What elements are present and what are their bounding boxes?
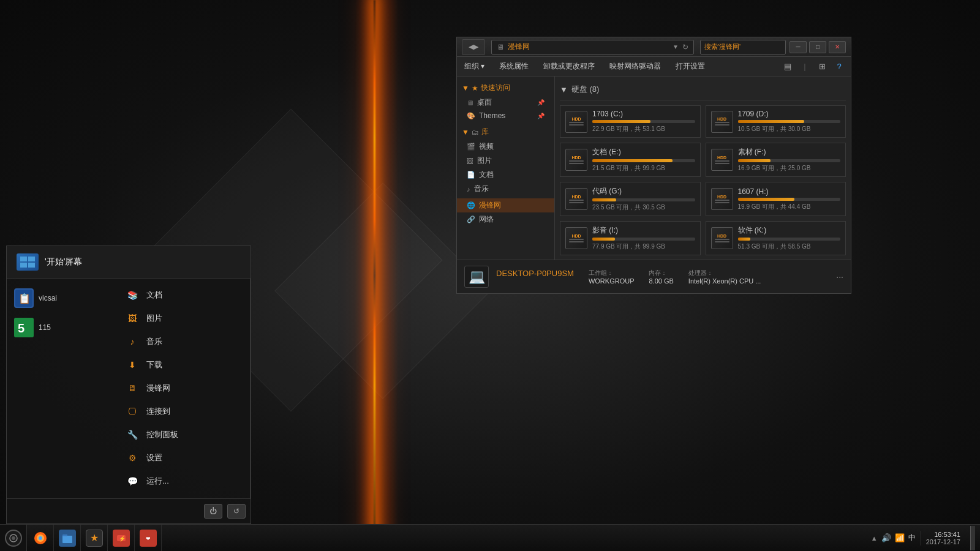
disk-item-d[interactable]: HDD 1709 (D:) 10.5 GB 可用，共 30.0 GB: [706, 105, 846, 138]
ribbon-open-settings[interactable]: 打开设置: [673, 61, 707, 72]
computer-name: DESKTOP-P0PU9SM: [496, 269, 574, 278]
disk-info-e: 文档 (E:) 21.5 GB 可用，共 99.9 GB: [592, 147, 695, 173]
disk-bar-k: [738, 238, 841, 241]
back-icon: ◀▶: [469, 43, 478, 51]
disk-stats-k: 51.3 GB 可用，共 58.5 GB: [738, 242, 841, 251]
menu-item-settings[interactable]: ⚙ 设置: [116, 446, 250, 470]
disk-name-g: 代码 (G:): [592, 186, 695, 197]
svg-rect-3: [28, 263, 35, 268]
ribbon-map-drive[interactable]: 映射网络驱动器: [607, 61, 663, 72]
show-desktop-button[interactable]: [970, 526, 975, 550]
sidebar-item-desktop[interactable]: 🖥 桌面 📌: [457, 96, 554, 110]
taskbar-item-app2[interactable]: ⚡: [108, 525, 135, 552]
sidebar-item-video[interactable]: 🎬 视频: [457, 140, 554, 154]
hdd-icon-c: HDD: [565, 111, 587, 133]
svg-rect-2: [20, 263, 27, 268]
themes-label: Themes: [479, 111, 505, 120]
workgroup-value: WORKGROUP: [589, 277, 635, 285]
disk-stats-e: 21.5 GB 可用，共 99.9 GB: [592, 164, 695, 173]
sidebar-quickaccess-header[interactable]: ▼ ★ 快速访问: [457, 80, 554, 96]
systray-network-icon: 🔊: [881, 533, 891, 542]
taskbar-item-app1[interactable]: ★: [81, 525, 108, 552]
sidebar-item-themes[interactable]: 🎨 Themes 📌: [457, 110, 554, 122]
disk-item-h[interactable]: HDD 1607 (H:) 19.9 GB 可用，共 44.4 GB: [706, 182, 846, 216]
menu-item-manfengwang[interactable]: 🖥 漫锋网: [116, 377, 250, 400]
disk-fill-h: [738, 198, 794, 201]
sidebar-item-manfengwang[interactable]: 🌐 漫锋网: [457, 198, 554, 212]
disk-item-g[interactable]: HDD 代码 (G:) 23.5 GB 可用，共 30.5 GB: [560, 182, 701, 216]
menu-item-run[interactable]: 💬 运行...: [116, 470, 250, 493]
menu-item-downloads[interactable]: ⬇ 下载: [116, 353, 250, 377]
disk-item-e[interactable]: HDD 文档 (E:) 21.5 GB 可用，共 99.9 GB: [560, 143, 701, 177]
taskbar-item-app3[interactable]: ❤: [135, 525, 162, 552]
disk-stats-c: 22.9 GB 可用，共 53.1 GB: [592, 125, 695, 133]
shutdown-button[interactable]: ⏻: [204, 504, 222, 519]
systray-arrow[interactable]: ▲: [871, 534, 878, 542]
disk-fill-f: [738, 159, 771, 162]
disk-stats-i: 77.9 GB 可用，共 99.9 GB: [592, 242, 695, 251]
menu-item-controlpanel[interactable]: 🔧 控制面板: [116, 423, 250, 446]
connect-icon: 🖵: [126, 405, 139, 418]
address-bar[interactable]: 🖥 漫锋网 ▼ ↻: [491, 40, 694, 54]
start-circle-icon: [5, 530, 22, 547]
taskbar-item-firefox[interactable]: [27, 525, 54, 552]
hdd-icon-e: HDD: [565, 149, 587, 171]
disk-item-i[interactable]: HDD 影音 (I:) 77.9 GB 可用，共 99.9 GB: [560, 221, 701, 255]
downloads-label: 下载: [146, 359, 162, 370]
disk-stats-g: 23.5 GB 可用，共 30.5 GB: [592, 203, 695, 212]
start-menu-title: '开始'屏幕: [45, 257, 82, 268]
disk-item-f[interactable]: HDD 素材 (F:) 16.9 GB 可用，共 25.0 GB: [706, 143, 846, 177]
sidebar-item-music[interactable]: ♪ 音乐: [457, 182, 554, 196]
menu-item-pictures[interactable]: 🖼 图片: [116, 307, 250, 330]
disk-info-i: 影音 (I:) 77.9 GB 可用，共 99.9 GB: [592, 225, 695, 251]
taskbar-item-filemanager[interactable]: [54, 525, 81, 552]
hdd-icon-d: HDD: [711, 111, 733, 133]
network-label: 网络: [479, 214, 494, 225]
ribbon-organize[interactable]: 组织 ▾: [462, 61, 487, 72]
music-label: 音乐: [146, 336, 162, 347]
search-bar[interactable]: 搜索'漫锋网': [700, 40, 786, 54]
view-grid-icon[interactable]: ⊞: [815, 60, 829, 73]
view-separator: |: [798, 60, 812, 73]
disk-item-c[interactable]: HDD 1703 (C:) 22.9 GB 可用，共 53.1 GB: [560, 105, 701, 138]
pinned-label-vicsai: vicsai: [39, 294, 57, 302]
pictures-icon: 🖼: [126, 312, 139, 325]
sidebar-item-network[interactable]: 🔗 网络: [457, 212, 554, 227]
pinned-item-vicsai[interactable]: 📋 vicsai: [14, 288, 108, 308]
pinned-item-115[interactable]: 5 115: [14, 318, 108, 337]
main-pane: ▼ 硬盘 (8) HDD 1703 (C:): [555, 77, 851, 260]
systray-lang: 中: [908, 533, 916, 543]
minimize-button[interactable]: ─: [790, 41, 807, 53]
more-options-icon[interactable]: ···: [836, 272, 843, 282]
sidebar-item-pictures[interactable]: 🖼 图片: [457, 154, 554, 168]
disk-item-k[interactable]: HDD 软件 (K:) 51.3 GB 可用，共 58.5 GB: [706, 221, 846, 255]
help-icon[interactable]: ?: [832, 60, 846, 73]
disks-title: 硬盘 (8): [571, 84, 600, 95]
refresh-icon[interactable]: ↻: [682, 43, 688, 51]
computer-name-item: DESKTOP-P0PU9SM: [496, 269, 574, 285]
menu-item-connect[interactable]: 🖵 连接到: [116, 400, 250, 423]
ribbon-uninstall[interactable]: 卸载或更改程序: [541, 61, 597, 72]
view-details-icon[interactable]: ▤: [781, 60, 794, 73]
system-info-bar: 💻 DESKTOP-P0PU9SM 工作组： WORKGROUP 内存： 8.0…: [457, 260, 851, 293]
address-dropdown-icon[interactable]: ▼: [673, 43, 679, 50]
restart-button[interactable]: ↺: [227, 504, 246, 519]
video-icon: 🎬: [467, 143, 475, 151]
app-115-icon: 5: [14, 318, 34, 337]
disks-collapse-icon[interactable]: ▼: [560, 85, 568, 94]
sidebar-item-docs[interactable]: 📄 文档: [457, 168, 554, 182]
folder-icon: 🖥: [497, 43, 504, 51]
maximize-button[interactable]: □: [809, 41, 826, 53]
close-button[interactable]: ✕: [829, 41, 846, 53]
menu-item-documents[interactable]: 📚 文档: [116, 283, 250, 307]
menu-item-music[interactable]: ♪ 音乐: [116, 330, 250, 353]
disk-bar-f: [738, 159, 841, 162]
start-button[interactable]: [0, 525, 27, 552]
sidebar-library-header[interactable]: ▼ 🗂 库: [457, 124, 554, 140]
sidebar-pane: ▼ ★ 快速访问 🖥 桌面 📌 🎨 Themes 📌 ▼ 🗂 库 🎬: [457, 77, 555, 260]
disk-info-c: 1703 (C:) 22.9 GB 可用，共 53.1 GB: [592, 110, 695, 133]
disk-bar-g: [592, 198, 695, 201]
ribbon-system-properties[interactable]: 系统属性: [497, 61, 531, 72]
back-button[interactable]: ◀▶: [462, 39, 485, 55]
disk-fill-g: [592, 198, 616, 201]
